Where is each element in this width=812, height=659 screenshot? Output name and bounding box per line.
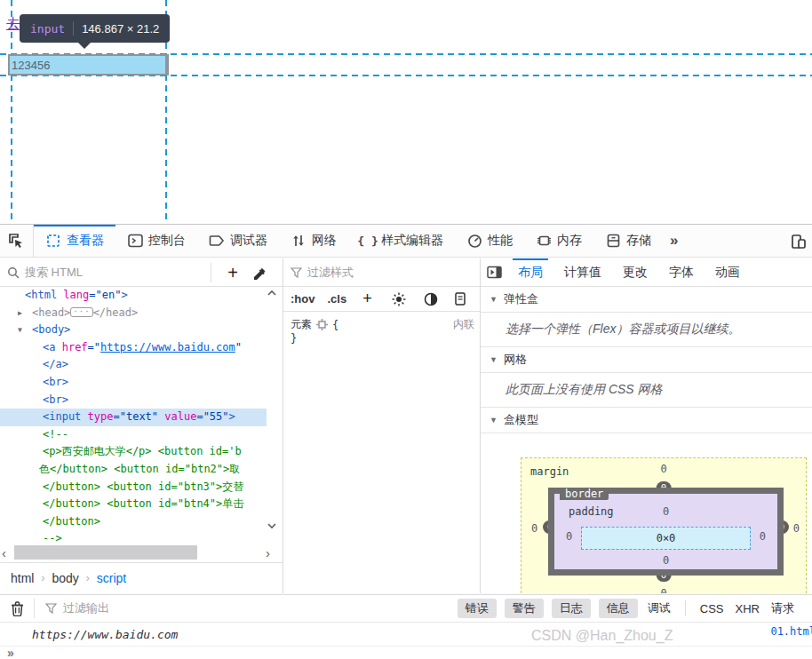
search-placeholder: 搜索 HTML (25, 265, 83, 281)
tab-样式编辑器[interactable]: { }样式编辑器 (348, 225, 455, 257)
console-log-row[interactable]: https://www.baidu.com 01.html (0, 623, 812, 647)
markup-line[interactable]: --> (0, 530, 267, 543)
breadcrumb-item-body[interactable]: body (52, 571, 78, 585)
tab-查看器[interactable]: 查看器 (34, 225, 115, 257)
box-model-content-box[interactable]: 0×0 (581, 527, 751, 550)
scroll-up-arrow[interactable] (267, 289, 277, 298)
tab-label: 查看器 (67, 233, 104, 249)
margin-right-value[interactable]: 0 (793, 522, 800, 535)
margin-top-value[interactable]: 0 (660, 463, 666, 475)
console-filter-错误[interactable]: 错误 (458, 599, 497, 618)
grid-section-header[interactable]: ▼ 网格 (481, 347, 812, 373)
box-model-margin-box[interactable]: margin 0 0 0 0 0 0 0 0 border padding 0 (521, 457, 807, 593)
tab-内存[interactable]: 内存 (524, 225, 593, 257)
flexbox-section-header[interactable]: ▼ 弹性盒 (481, 287, 812, 313)
markup-line[interactable]: 色</button> <button id="btn2">取 (0, 461, 267, 479)
console-input-row[interactable]: » (0, 647, 812, 659)
margin-left-value[interactable]: 0 (531, 522, 537, 535)
breadcrumb-item-html[interactable]: html (11, 571, 34, 585)
sidebar-tab-计算值[interactable]: 计算值 (553, 258, 612, 287)
tab-调试器[interactable]: 调试器 (197, 225, 279, 257)
scrollbar-thumb[interactable] (14, 545, 197, 560)
highlight-selector-icon[interactable] (316, 319, 328, 330)
console-filter-input[interactable]: 过滤输出 (45, 600, 109, 616)
performance-icon (466, 233, 482, 249)
markup-line[interactable]: <!-- (0, 426, 267, 444)
devtools-toolbar: 查看器控制台调试器网络{ }样式编辑器性能内存存储 » (0, 225, 812, 258)
log-message[interactable]: https://www.baidu.com (32, 628, 178, 641)
markup-line[interactable]: </button> <button id="btn4">单击 (0, 496, 267, 513)
twisty-expanded-icon[interactable]: ▼ (18, 322, 22, 339)
rule-selector[interactable]: 元素 (291, 317, 312, 332)
tab-overflow-chevron[interactable]: » (663, 225, 685, 257)
responsive-design-mode-button[interactable] (791, 225, 807, 258)
twisty-collapsed-icon[interactable]: ▶ (18, 305, 22, 322)
padding-left-value[interactable]: 0 (566, 530, 572, 543)
markup-line[interactable]: <br> (0, 374, 267, 392)
margin-bottom-value[interactable]: 0 (660, 587, 666, 593)
markup-line[interactable]: </button> <button id="btn3">交替 (0, 479, 267, 496)
print-simulation-icon[interactable] (454, 292, 466, 306)
tab-控制台[interactable]: 控制台 (115, 225, 197, 257)
tab-存储[interactable]: 存储 (593, 225, 663, 257)
html-tree[interactable]: <html lang="en">▶<head>···</head>▼<body>… (0, 287, 267, 543)
padding-bottom-value[interactable]: 0 (663, 554, 669, 567)
html-search-bar[interactable]: 搜索 HTML + (0, 258, 283, 287)
rule-element-style[interactable]: 元素 { } 内联 (283, 312, 480, 350)
pick-element-button[interactable] (0, 225, 34, 257)
highlighted-input-element[interactable]: 123456 (8, 54, 169, 75)
toolbar-separator (34, 599, 35, 618)
eyedropper-icon[interactable] (247, 258, 272, 287)
clear-console-button[interactable] (0, 601, 34, 616)
sidebar-tab-strip: 布局计算值更改字体动画 (481, 258, 812, 287)
tab-网络[interactable]: 网络 (279, 225, 348, 257)
box-model-section-header[interactable]: ▼ 盒模型 (481, 408, 812, 433)
dark-theme-icon[interactable] (424, 292, 438, 306)
markup-line[interactable]: </button> (0, 513, 267, 531)
scroll-down-arrow[interactable] (267, 521, 277, 530)
markup-line[interactable]: ▼<body> (0, 322, 267, 339)
sidebar-tab-布局[interactable]: 布局 (507, 258, 553, 287)
inspector-main-row: 搜索 HTML + <html lang="en">▶<head>···</he… (0, 258, 812, 593)
expand-sidebar-icon[interactable] (481, 266, 507, 279)
console-filter-信息[interactable]: 信息 (599, 599, 638, 618)
sidebar-tab-字体[interactable]: 字体 (658, 258, 705, 287)
scroll-left-arrow[interactable]: ‹ (2, 545, 6, 560)
page-link-fragment[interactable]: 去 (6, 15, 20, 34)
horizontal-scrollbar[interactable]: ‹ › (0, 543, 283, 562)
grid-section-title: 网格 (504, 352, 527, 368)
console-filter-XHR[interactable]: XHR (734, 600, 761, 617)
log-source-link[interactable]: 01.html (770, 625, 812, 638)
markup-line[interactable]: <input type="text" value="55"> (0, 409, 267, 426)
console-filter-警告[interactable]: 警告 (505, 599, 544, 618)
padding-top-value[interactable]: 0 (663, 505, 669, 518)
pseudo-class-toggle[interactable]: :hov (291, 292, 314, 306)
add-node-button[interactable]: + (220, 258, 245, 287)
breadcrumb-item-script[interactable]: script (97, 571, 126, 585)
inspector-icon (45, 233, 61, 249)
markup-line[interactable]: <br> (0, 392, 267, 409)
light-theme-icon[interactable] (392, 292, 406, 306)
markup-line[interactable]: <p>西安邮电大学</p> <button id='b (0, 443, 267, 461)
console-filter-日志[interactable]: 日志 (552, 599, 591, 618)
class-toggle[interactable]: .cls (327, 292, 346, 306)
tab-性能[interactable]: 性能 (455, 225, 524, 257)
sidebar-tab-更改[interactable]: 更改 (612, 258, 658, 287)
add-rule-button[interactable]: + (362, 290, 372, 308)
markup-line[interactable]: <html lang="en"> (0, 287, 267, 305)
markup-line[interactable]: </a> (0, 356, 267, 374)
vertical-scrollbar[interactable] (265, 289, 281, 543)
markup-line[interactable]: ▶<head>···</head> (0, 305, 267, 322)
console-filter-请求[interactable]: 请求 (769, 599, 796, 618)
style-filter-bar[interactable]: 过滤样式 (283, 258, 480, 287)
scroll-right-arrow[interactable]: › (266, 545, 270, 560)
rule-source-label[interactable]: 内联 (453, 317, 474, 332)
padding-right-value[interactable]: 0 (760, 530, 766, 543)
box-model-border-box[interactable]: border padding 0 0 0 0 0×0 (548, 488, 784, 576)
markup-line[interactable]: <a href="https://www.baidu.com" (0, 339, 267, 357)
console-prompt-icon: » (7, 647, 14, 659)
console-filter-调试[interactable]: 调试 (646, 599, 673, 618)
sidebar-tab-动画[interactable]: 动画 (705, 258, 751, 287)
console-filter-placeholder: 过滤输出 (63, 600, 109, 616)
console-filter-CSS[interactable]: CSS (698, 600, 726, 617)
